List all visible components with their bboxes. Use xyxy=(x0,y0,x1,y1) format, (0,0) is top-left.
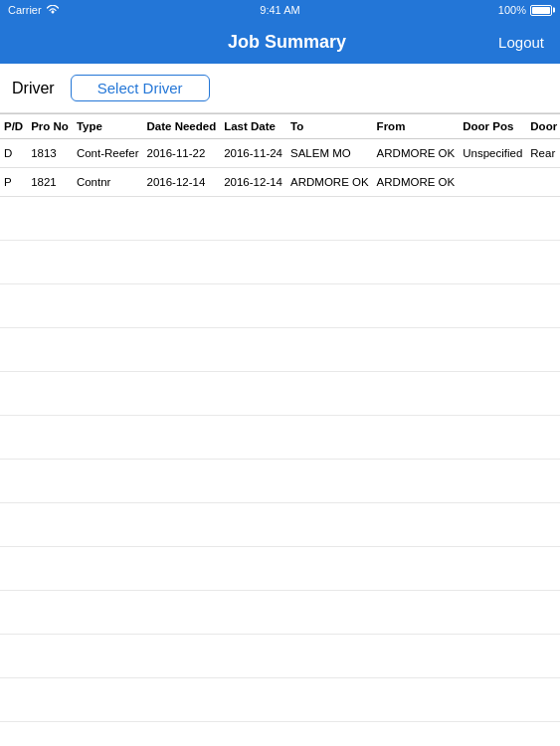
battery-percent: 100% xyxy=(498,4,526,16)
status-bar-right: 100% xyxy=(498,4,552,16)
wifi-icon xyxy=(46,5,60,15)
table-body: D1813Cont-Reefer2016-11-222016-11-24SALE… xyxy=(0,139,560,722)
col-header-lastdate: Last Date xyxy=(220,114,286,139)
cell-doorType: Rear xyxy=(526,139,560,168)
cell-doorPos: Unspecified xyxy=(459,139,526,168)
col-header-type: Type xyxy=(73,114,143,139)
cell-to: SALEM MO xyxy=(286,139,373,168)
driver-label: Driver xyxy=(12,80,55,97)
empty-row xyxy=(0,328,560,372)
cell-dateNeeded: 2016-12-14 xyxy=(143,168,221,197)
cell-from: ARDMORE OK xyxy=(373,168,460,197)
cell-lastDate: 2016-12-14 xyxy=(220,168,286,197)
empty-row xyxy=(0,197,560,241)
nav-title: Job Summary xyxy=(228,32,346,53)
cell-lastDate: 2016-11-24 xyxy=(220,139,286,168)
table-row: D1813Cont-Reefer2016-11-222016-11-24SALE… xyxy=(0,139,560,168)
cell-prono: 1821 xyxy=(27,168,73,197)
status-bar: Carrier 9:41 AM 100% xyxy=(0,0,560,20)
col-header-doorpos: Door Pos xyxy=(459,114,526,139)
empty-row xyxy=(0,547,560,591)
empty-row xyxy=(0,372,560,416)
empty-row xyxy=(0,678,560,722)
battery-icon xyxy=(530,5,552,16)
job-table: P/D Pro No Type Date Needed Last Date To… xyxy=(0,113,560,722)
col-header-from: From xyxy=(373,114,460,139)
logout-button[interactable]: Logout xyxy=(498,34,544,51)
empty-row xyxy=(0,284,560,328)
cell-from: ARDMORE OK xyxy=(373,139,460,168)
cell-type: Contnr xyxy=(73,168,143,197)
col-header-doortype: Door Type xyxy=(526,114,560,139)
nav-bar: Job Summary Logout xyxy=(0,20,560,64)
empty-row xyxy=(0,416,560,460)
cell-dateNeeded: 2016-11-22 xyxy=(143,139,221,168)
empty-row xyxy=(0,503,560,547)
col-header-pd: P/D xyxy=(0,114,27,139)
driver-row: Driver Select Driver xyxy=(0,64,560,113)
table-row: P1821Contnr2016-12-142016-12-14ARDMORE O… xyxy=(0,168,560,197)
cell-prono: 1813 xyxy=(27,139,73,168)
cell-doorType xyxy=(526,168,560,197)
cell-doorPos xyxy=(459,168,526,197)
carrier-label: Carrier xyxy=(8,4,42,16)
empty-row xyxy=(0,635,560,678)
select-driver-button[interactable]: Select Driver xyxy=(71,75,210,101)
col-header-dateneeded: Date Needed xyxy=(143,114,221,139)
table-header: P/D Pro No Type Date Needed Last Date To… xyxy=(0,114,560,139)
cell-pd: P xyxy=(0,168,27,197)
empty-row xyxy=(0,591,560,635)
cell-to: ARDMORE OK xyxy=(286,168,373,197)
status-bar-left: Carrier xyxy=(8,4,60,16)
empty-row xyxy=(0,241,560,284)
cell-type: Cont-Reefer xyxy=(73,139,143,168)
col-header-to: To xyxy=(286,114,373,139)
empty-row xyxy=(0,460,560,503)
cell-pd: D xyxy=(0,139,27,168)
status-bar-time: 9:41 AM xyxy=(260,4,299,16)
job-table-container: P/D Pro No Type Date Needed Last Date To… xyxy=(0,113,560,722)
col-header-prono: Pro No xyxy=(27,114,73,139)
